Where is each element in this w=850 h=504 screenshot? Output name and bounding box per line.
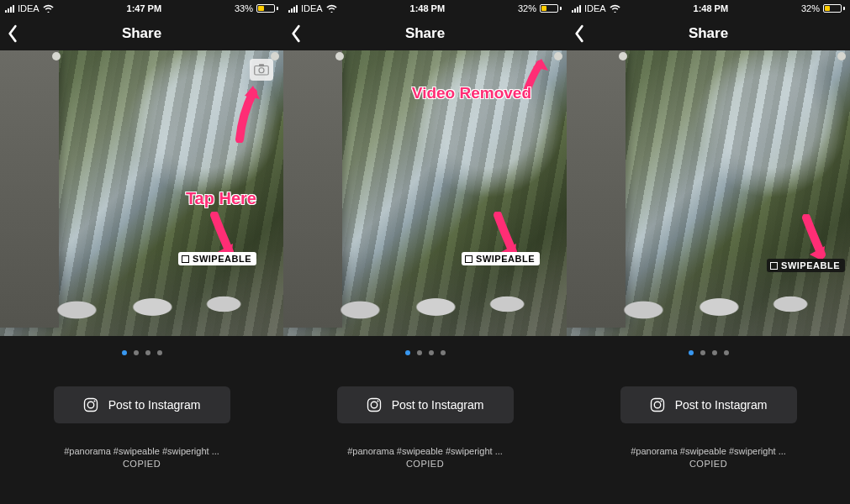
photo-cars: [600, 269, 816, 328]
swipeable-label: SWIPEABLE: [781, 260, 840, 270]
pager-dot[interactable]: [700, 350, 705, 355]
svg-point-11: [660, 401, 662, 402]
pager-dot[interactable]: [689, 350, 694, 355]
nav-bar: Share: [0, 17, 283, 50]
battery-pct-label: 32%: [518, 3, 536, 13]
square-icon: [465, 255, 473, 263]
svg-point-8: [377, 401, 378, 402]
pager-dot[interactable]: [724, 350, 729, 355]
carrier-label: IDEA: [18, 3, 40, 13]
camera-icon[interactable]: [250, 59, 273, 81]
page-indicator: [567, 336, 850, 370]
back-button[interactable]: [290, 17, 315, 50]
swipeable-label: SWIPEABLE: [476, 254, 535, 264]
carrier-label: IDEA: [584, 3, 606, 13]
pager-dot[interactable]: [122, 350, 127, 355]
annotation-arrow-down: [798, 214, 832, 265]
phone-screen-2: IDEA 1:48 PM 32% Share Video Removed SWI…: [283, 0, 567, 504]
square-icon: [182, 255, 189, 263]
chevron-left-icon: [7, 24, 18, 43]
signal-icon: [572, 5, 581, 13]
page-title: Share: [689, 25, 728, 42]
page-title: Share: [405, 25, 445, 42]
photo-cars: [317, 269, 533, 328]
post-button-label: Post to Instagram: [108, 398, 201, 412]
wifi-icon: [326, 4, 337, 13]
chevron-left-icon: [290, 24, 302, 43]
svg-rect-6: [367, 399, 380, 412]
media-preview[interactable]: Video Removed SWIPEABLE: [283, 50, 567, 336]
status-bar: IDEA 1:48 PM 32%: [283, 0, 567, 17]
nav-bar: Share: [283, 17, 567, 50]
photo-cars: [34, 269, 250, 328]
pager-dot[interactable]: [429, 350, 434, 355]
wifi-icon: [43, 4, 54, 13]
annotation-arrow-top: [230, 84, 263, 143]
signal-icon: [288, 5, 298, 13]
page-title: Share: [122, 25, 161, 42]
svg-rect-9: [651, 399, 663, 412]
phone-screen-3: IDEA 1:48 PM 32% Share SWIPEABLE Post: [567, 0, 850, 504]
wifi-icon: [610, 4, 620, 13]
hashtags-text: #panorama #swipeable #swiperight ...: [0, 445, 283, 458]
media-preview[interactable]: SWIPEABLE: [567, 50, 850, 336]
instagram-icon: [367, 397, 382, 412]
pager-dot[interactable]: [134, 350, 139, 355]
post-to-instagram-button[interactable]: Post to Instagram: [620, 386, 797, 423]
battery-icon: [540, 4, 562, 13]
pager-dot[interactable]: [405, 350, 410, 355]
copied-label: COPIED: [0, 458, 283, 470]
battery-pct-label: 32%: [801, 3, 820, 13]
hashtags-text: #panorama #swipeable #swiperight ...: [567, 445, 850, 458]
page-indicator: [0, 336, 283, 370]
annotation-text: Tap Here: [186, 189, 256, 208]
pager-dot[interactable]: [417, 350, 422, 355]
status-bar: IDEA 1:47 PM 33%: [0, 0, 283, 17]
svg-point-1: [259, 68, 264, 73]
square-icon: [770, 262, 778, 270]
status-bar: IDEA 1:48 PM 32%: [567, 0, 850, 17]
back-button[interactable]: [7, 17, 32, 50]
pager-dot[interactable]: [157, 350, 162, 355]
instagram-icon: [650, 397, 665, 412]
phone-screen-1: IDEA 1:47 PM 33% Share Tap Here SWIPEABL…: [0, 0, 283, 504]
annotation-arrow-top: [520, 57, 550, 96]
post-button-label: Post to Instagram: [392, 398, 484, 412]
battery-icon: [256, 4, 278, 13]
svg-point-7: [371, 402, 377, 408]
swipeable-badge[interactable]: SWIPEABLE: [462, 252, 540, 265]
clock-label: 1:47 PM: [127, 3, 162, 13]
back-button[interactable]: [573, 17, 599, 50]
page-indicator: [283, 336, 567, 370]
pager-dot[interactable]: [712, 350, 717, 355]
battery-icon: [823, 4, 845, 13]
clock-label: 1:48 PM: [410, 3, 446, 13]
svg-rect-0: [255, 66, 269, 76]
swipeable-label: SWIPEABLE: [193, 254, 251, 264]
media-preview[interactable]: Tap Here SWIPEABLE: [0, 50, 283, 336]
nav-bar: Share: [567, 17, 850, 50]
hashtags-block: #panorama #swipeable #swiperight ... COP…: [0, 445, 283, 471]
pager-dot[interactable]: [441, 350, 446, 355]
swipeable-badge[interactable]: SWIPEABLE: [178, 252, 256, 265]
svg-rect-2: [259, 64, 264, 66]
copied-label: COPIED: [567, 458, 850, 470]
pager-dot[interactable]: [145, 350, 150, 355]
signal-icon: [5, 5, 14, 13]
svg-rect-3: [84, 399, 97, 412]
clock-label: 1:48 PM: [694, 3, 729, 13]
hashtags-block: #panorama #swipeable #swiperight ... COP…: [567, 445, 850, 471]
svg-point-10: [654, 402, 661, 408]
hashtags-text: #panorama #swipeable #swiperight ...: [283, 445, 567, 458]
annotation-text: Video Removed: [412, 84, 531, 102]
hashtags-block: #panorama #swipeable #swiperight ... COP…: [283, 445, 567, 471]
svg-point-5: [93, 401, 95, 402]
svg-point-4: [87, 402, 94, 408]
chevron-left-icon: [573, 24, 585, 43]
post-to-instagram-button[interactable]: Post to Instagram: [54, 386, 230, 423]
battery-pct-label: 33%: [235, 3, 253, 13]
post-to-instagram-button[interactable]: Post to Instagram: [337, 386, 514, 423]
post-button-label: Post to Instagram: [675, 398, 768, 412]
swipeable-badge[interactable]: SWIPEABLE: [767, 259, 845, 272]
carrier-label: IDEA: [301, 3, 323, 13]
